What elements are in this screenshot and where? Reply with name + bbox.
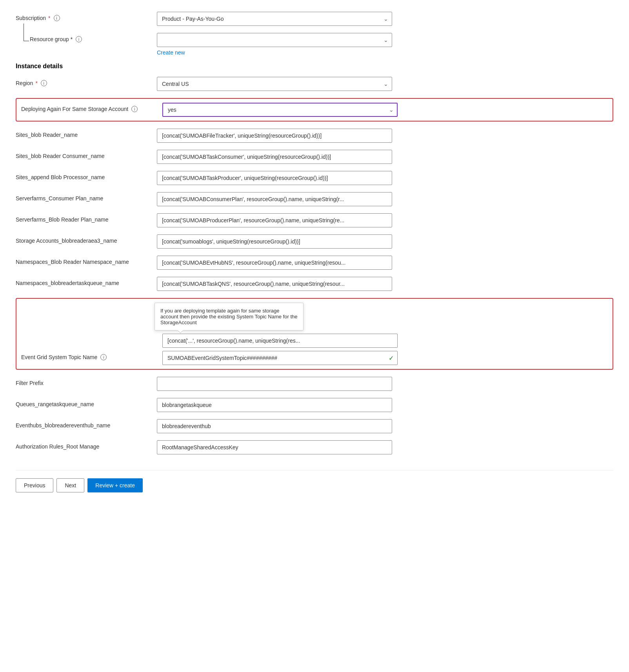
queues-rangetaskqueue-name-input[interactable] [157, 398, 392, 412]
instance-details-title: Instance details [16, 63, 613, 70]
previous-button[interactable]: Previous [16, 478, 53, 492]
event-grid-highlighted-section: If you are deploying template again for … [16, 298, 613, 370]
tooltip-arrow [178, 328, 183, 333]
namespaces-blobreadertaskqueue-name-row: Namespaces_blobreadertaskqueue_name [16, 277, 613, 291]
authorization-rules-root-manage-control [157, 440, 392, 454]
resource-group-label: Resource group * i [24, 33, 149, 42]
authorization-rules-root-manage-row: Authorization Rules_Root Manage [16, 440, 613, 454]
filter-prefix-input[interactable] [157, 377, 392, 391]
deploying-again-select[interactable]: yes [162, 103, 398, 117]
next-button[interactable]: Next [56, 478, 84, 492]
queues-rangetaskqueue-name-label: Queues_rangetaskqueue_name [16, 398, 149, 407]
region-select[interactable]: Central US [157, 77, 392, 91]
resource-group-control: ⌄ Create new [157, 33, 392, 56]
namespaces-blob-reader-namespace-name-control [157, 256, 392, 270]
sites-blob-reader-consumer-name-row: Sites_blob Reader Consumer_name [16, 150, 613, 164]
region-label: Region * i [16, 77, 149, 86]
resource-group-section: Resource group * i ⌄ Create new [24, 33, 613, 56]
subscription-label: Subscription * i [16, 12, 149, 21]
another-field-row [21, 334, 608, 348]
sites-blob-reader-consumer-name-control [157, 150, 392, 164]
sites-blob-reader-name-input[interactable] [157, 129, 392, 143]
another-field-control [162, 334, 398, 348]
namespaces-blob-reader-namespace-name-label: Namespaces_Blob Reader Namespace_name [16, 256, 149, 265]
filter-prefix-row: Filter Prefix [16, 377, 613, 391]
storage-accounts-blobreaderaea3-name-label: Storage Accounts_blobreaderaea3_name [16, 234, 149, 244]
eventhubs-blobreadereventhub-name-input[interactable] [157, 419, 392, 433]
deploying-again-select-wrapper: yes ⌄ [162, 103, 398, 117]
eventhubs-blobreadereventhub-name-row: Eventhubs_blobreadereventhub_name [16, 419, 613, 433]
serverfarms-consumer-plan-name-label: Serverfarms_Consumer Plan_name [16, 192, 149, 202]
event-grid-system-topic-name-row: Event Grid System Topic Name i ✓ [21, 351, 608, 365]
serverfarms-blob-reader-plan-name-input[interactable] [157, 213, 392, 227]
namespaces-blobreadertaskqueue-name-label: Namespaces_blobreadertaskqueue_name [16, 277, 149, 286]
create-new-link[interactable]: Create new [157, 49, 185, 56]
serverfarms-blob-reader-plan-name-label: Serverfarms_Blob Reader Plan_name [16, 213, 149, 223]
namespaces-blob-reader-namespace-name-row: Namespaces_Blob Reader Namespace_name [16, 256, 613, 270]
namespaces-blobreadertaskqueue-name-control [157, 277, 392, 291]
deploying-again-row: Deploying Again For Same Storage Account… [21, 103, 608, 117]
sites-blob-reader-consumer-name-input[interactable] [157, 150, 392, 164]
region-control: Central US ⌄ [157, 77, 392, 91]
serverfarms-consumer-plan-name-control [157, 192, 392, 206]
another-field-input[interactable] [162, 334, 398, 348]
subscription-select-wrapper: Product - Pay-As-You-Go ⌄ [157, 12, 392, 26]
serverfarms-blob-reader-plan-name-row: Serverfarms_Blob Reader Plan_name [16, 213, 613, 227]
sites-append-blob-processor-name-label: Sites_append Blob Processor_name [16, 171, 149, 180]
serverfarms-consumer-plan-name-input[interactable] [157, 192, 392, 206]
filter-prefix-label: Filter Prefix [16, 377, 149, 386]
storage-accounts-blobreaderaea3-name-row: Storage Accounts_blobreaderaea3_name [16, 234, 613, 249]
event-grid-system-topic-name-label: Event Grid System Topic Name i [21, 351, 155, 360]
event-grid-system-topic-name-input[interactable] [162, 351, 398, 365]
event-grid-system-topic-name-control: ✓ [162, 351, 398, 365]
bottom-navigation-bar: Previous Next Review + create [16, 470, 613, 492]
authorization-rules-root-manage-input[interactable] [157, 440, 392, 454]
resource-group-select-wrapper: ⌄ [157, 33, 392, 47]
authorization-rules-root-manage-label: Authorization Rules_Root Manage [16, 440, 149, 450]
sites-blob-reader-name-row: Sites_blob Reader_name [16, 129, 613, 143]
resource-group-select[interactable] [157, 33, 392, 47]
storage-accounts-blobreaderaea3-name-control [157, 234, 392, 249]
queues-rangetaskqueue-name-control [157, 398, 392, 412]
namespaces-blobreadertaskqueue-name-input[interactable] [157, 277, 392, 291]
deploying-again-highlighted-row: Deploying Again For Same Storage Account… [16, 98, 613, 122]
filter-prefix-control [157, 377, 392, 391]
region-select-wrapper: Central US ⌄ [157, 77, 392, 91]
subscription-row: Subscription * i Product - Pay-As-You-Go… [16, 12, 613, 26]
serverfarms-blob-reader-plan-name-control [157, 213, 392, 227]
resource-group-info-icon[interactable]: i [76, 36, 82, 42]
deploying-again-control: yes ⌄ [162, 103, 398, 117]
sites-blob-reader-consumer-name-label: Sites_blob Reader Consumer_name [16, 150, 149, 159]
event-grid-input-wrapper: ✓ [162, 351, 398, 365]
sites-append-blob-processor-name-control [157, 171, 392, 185]
deploying-again-label: Deploying Again For Same Storage Account… [21, 103, 155, 112]
queues-rangetaskqueue-name-row: Queues_rangetaskqueue_name [16, 398, 613, 412]
event-grid-info-icon[interactable]: i [100, 354, 107, 360]
sites-blob-reader-name-label: Sites_blob Reader_name [16, 129, 149, 138]
storage-accounts-blobreaderaea3-name-input[interactable] [157, 234, 392, 249]
sites-append-blob-processor-name-input[interactable] [157, 171, 392, 185]
deploying-again-info-icon[interactable]: i [131, 106, 138, 112]
sites-append-blob-processor-name-row: Sites_append Blob Processor_name [16, 171, 613, 185]
eventhubs-blobreadereventhub-name-control [157, 419, 392, 433]
subscription-select[interactable]: Product - Pay-As-You-Go [157, 12, 392, 26]
eventhubs-blobreadereventhub-name-label: Eventhubs_blobreadereventhub_name [16, 419, 149, 429]
region-info-icon[interactable]: i [41, 80, 47, 86]
namespaces-blob-reader-namespace-name-input[interactable] [157, 256, 392, 270]
region-row: Region * i Central US ⌄ [16, 77, 613, 91]
serverfarms-consumer-plan-name-row: Serverfarms_Consumer Plan_name [16, 192, 613, 206]
subscription-control: Product - Pay-As-You-Go ⌄ [157, 12, 392, 26]
tooltip-box: If you are deploying template again for … [155, 303, 304, 331]
subscription-info-icon[interactable]: i [54, 15, 60, 21]
sites-blob-reader-name-control [157, 129, 392, 143]
review-create-button[interactable]: Review + create [87, 478, 143, 492]
event-grid-check-icon: ✓ [389, 354, 394, 362]
